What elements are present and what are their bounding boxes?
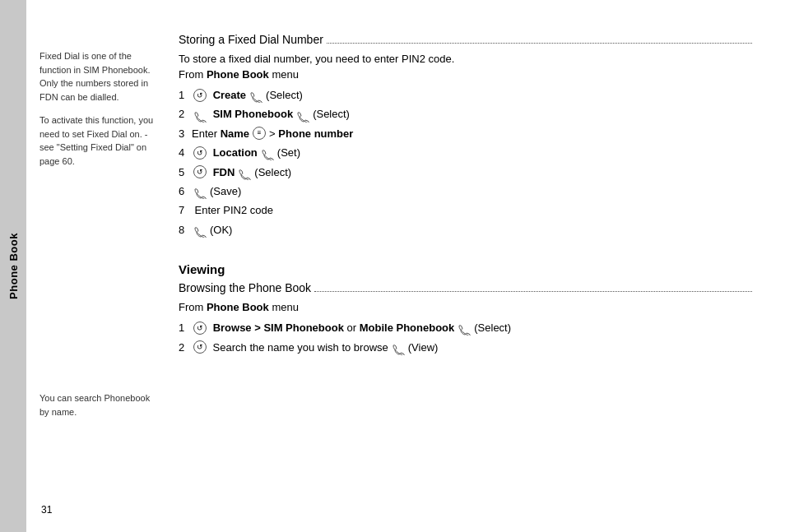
- step-5-num: 5: [179, 163, 190, 182]
- step-1-icon: ↺: [193, 89, 207, 102]
- step-4-phone-icon: [261, 147, 274, 158]
- step-8-phone-icon: [193, 224, 207, 235]
- s2-step-1-action: (Select): [474, 318, 511, 337]
- note3: You can search Phonebook by name.: [39, 391, 160, 419]
- step-1: 1 ↺ Create (Select): [179, 86, 752, 104]
- step-2-num: 2: [179, 104, 190, 123]
- step-1-label: Create: [210, 86, 246, 104]
- step-1-action: (Select): [266, 86, 303, 104]
- section1-intro: To store a fixed dial number, you need t…: [179, 53, 752, 65]
- s2-step-1: 1 ↺ Browse > SIM Phonebook or Mobile Pho…: [179, 318, 752, 337]
- sidebar: Phone Book: [0, 0, 26, 532]
- s2-step-1-label: Browse > SIM Phonebook or Mobile Phonebo…: [210, 318, 454, 337]
- sidebar-label: Phone Book: [7, 233, 20, 299]
- step-5: 5 ↺ FDN (Select): [179, 163, 752, 182]
- step-6: 6 (Save): [179, 182, 752, 201]
- step-6-num: 6: [179, 182, 190, 201]
- step-5-icon: ↺: [193, 165, 207, 178]
- step-6-phone-icon: [193, 186, 207, 197]
- step-5-phone-icon: [238, 167, 251, 178]
- section1-heading: Storing a Fixed Dial Number: [179, 33, 752, 46]
- section1-from: From Phone Book menu: [179, 68, 752, 81]
- step-3-icon: ≡: [253, 127, 266, 140]
- section2-steps: 1 ↺ Browse > SIM Phonebook or Mobile Pho…: [179, 318, 752, 357]
- s2-step-1-num: 1: [179, 318, 190, 337]
- step-3-text: Enter Name: [192, 124, 249, 143]
- s2-step-2: 2 ↺ Search the name you wish to browse (…: [179, 338, 752, 357]
- section1-steps: 1 ↺ Create (Select) 2: [179, 86, 752, 239]
- step-1-num: 1: [179, 86, 190, 104]
- s2-step-2-phone-icon: [392, 342, 405, 353]
- step-2-action: (Select): [313, 104, 350, 123]
- s2-step-2-label: Search the name you wish to browse: [210, 338, 388, 357]
- page-number: 31: [41, 504, 52, 516]
- note2: To activate this function, you need to s…: [39, 113, 160, 168]
- step-7: 7 Enter PIN2 code: [179, 201, 752, 220]
- step-3-arrow: > Phone number: [269, 124, 353, 143]
- notes-column: Fixed Dial is one of the function in SIM…: [26, 0, 170, 532]
- step-8: 8 (OK): [179, 220, 752, 239]
- step-8-action: (OK): [210, 220, 232, 239]
- step-7-label: Enter PIN2 code: [192, 201, 273, 220]
- section2-from: From Phone Book menu: [179, 301, 752, 313]
- main-content: Fixed Dial is one of the function in SIM…: [26, 0, 785, 532]
- step-2-phone-icon: [193, 109, 207, 120]
- step-6-action: (Save): [210, 182, 241, 201]
- s2-step-2-action: (View): [408, 338, 439, 357]
- step-8-num: 8: [179, 220, 190, 239]
- step-2: 2 SIM Phonebook (Select): [179, 104, 752, 123]
- step-5-action: (Select): [254, 163, 291, 182]
- step-5-label: FDN: [210, 163, 235, 182]
- step-3-num: 3: [179, 124, 190, 143]
- step-4-num: 4: [179, 143, 190, 162]
- s2-step-1-icon: ↺: [193, 322, 207, 335]
- s2-step-2-icon: ↺: [193, 340, 207, 354]
- section2-subheading-line: Browsing the Phone Book: [179, 281, 752, 294]
- step-2-label: SIM Phonebook: [210, 104, 293, 123]
- section1-dots: [327, 43, 752, 44]
- section2-heading: Viewing: [179, 262, 752, 276]
- step-2-phone2-icon: [296, 109, 309, 120]
- note1: Fixed Dial is one of the function in SIM…: [39, 49, 160, 104]
- section1-title: Storing a Fixed Dial Number: [179, 33, 323, 46]
- step-4-icon: ↺: [193, 146, 207, 160]
- s2-step-1-phone-icon: [458, 322, 471, 333]
- step-4-label: Location: [210, 143, 258, 162]
- content-column: Storing a Fixed Dial Number To store a f…: [170, 0, 785, 532]
- section2-subheading: Browsing the Phone Book: [179, 281, 311, 294]
- step-3: 3 Enter Name ≡ > Phone number: [179, 124, 752, 143]
- step-7-num: 7: [179, 201, 190, 220]
- step-4: 4 ↺ Location (Set): [179, 143, 752, 162]
- s2-step-2-num: 2: [179, 338, 190, 357]
- step-4-action: (Set): [277, 143, 300, 162]
- step-1-phone-icon: [249, 90, 262, 100]
- section2-dots: [314, 291, 752, 292]
